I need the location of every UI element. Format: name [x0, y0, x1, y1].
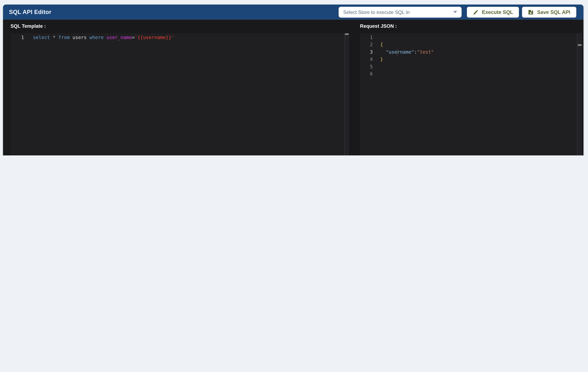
code-token: [380, 49, 386, 55]
code-token: [87, 34, 89, 40]
code-token: from: [58, 34, 70, 40]
line-number: 3: [360, 48, 373, 55]
scrollbar-track[interactable]: [344, 33, 349, 155]
line-number: 2: [360, 41, 373, 48]
code-token: :: [414, 49, 417, 55]
line-number: 6: [360, 70, 373, 77]
save-sql-api-label: Save SQL API: [537, 9, 570, 15]
scrollbar-thumb[interactable]: [345, 33, 349, 35]
code-token: "username": [386, 49, 414, 55]
code-token: '{{username}}': [135, 34, 174, 40]
page-title: SQL API Editor: [9, 9, 51, 15]
code-line: [380, 63, 577, 70]
scrollbar-thumb[interactable]: [578, 44, 582, 46]
request-json-label: Request JSON :: [360, 24, 397, 29]
header-controls: Select Store to execute SQL in Execute S…: [339, 7, 576, 17]
code-line: [380, 34, 577, 41]
request-json-editor[interactable]: 1 2 3 4 5 6 { "username":"test" }: [360, 33, 582, 155]
code-line: {: [380, 41, 577, 48]
request-json-gutter: 1 2 3 4 5 6: [360, 33, 375, 155]
code-token: select: [33, 34, 50, 40]
code-token: [56, 34, 58, 40]
code-line: }: [380, 56, 577, 63]
code-line: "username":"test": [380, 48, 577, 55]
line-number: 1: [360, 34, 373, 41]
request-json-code[interactable]: { "username":"test" }: [375, 33, 577, 155]
app-header: SQL API Editor Select Store to execute S…: [3, 5, 583, 20]
indent-guide: [397, 49, 397, 55]
pencil-icon: [473, 9, 479, 15]
code-token: *: [53, 34, 56, 40]
save-icon: [528, 9, 534, 15]
code-token: [50, 34, 53, 40]
save-sql-api-button[interactable]: Save SQL API: [522, 7, 577, 17]
execute-sql-label: Execute SQL: [482, 9, 513, 15]
code-line: select * from users where user_name='{{u…: [33, 34, 344, 41]
code-token: }: [380, 56, 383, 62]
code-token: users: [73, 34, 87, 40]
execute-sql-button[interactable]: Execute SQL: [467, 7, 519, 17]
code-line: [380, 70, 577, 77]
code-token: {: [380, 42, 383, 47]
sql-api-editor-app: SQL API Editor Select Store to execute S…: [0, 0, 588, 155]
code-token: =: [132, 34, 135, 40]
code-token: [104, 34, 106, 40]
line-number: 1: [10, 34, 24, 41]
editor-card: SQL API Editor Select Store to execute S…: [3, 5, 583, 155]
sql-template-editor[interactable]: 1 select * from users where user_name='{…: [10, 33, 349, 155]
sql-template-gutter: 1: [10, 33, 27, 155]
scrollbar-track[interactable]: [577, 33, 582, 155]
store-select-value: Select Store to execute SQL in: [343, 9, 451, 15]
editor-panel: SQL Template : Request JSON : Final SQL …: [3, 20, 583, 155]
store-select-dropdown[interactable]: Select Store to execute SQL in: [339, 7, 462, 17]
line-number: 4: [360, 56, 373, 63]
chevron-down-icon: [453, 11, 457, 13]
sql-template-label: SQL Template :: [10, 24, 46, 29]
sql-template-code[interactable]: select * from users where user_name='{{u…: [27, 33, 344, 155]
code-token: "test": [417, 49, 434, 55]
line-number: 5: [360, 63, 373, 70]
code-token: user_name: [106, 34, 132, 40]
code-token: where: [89, 34, 104, 40]
code-token: [70, 34, 73, 40]
